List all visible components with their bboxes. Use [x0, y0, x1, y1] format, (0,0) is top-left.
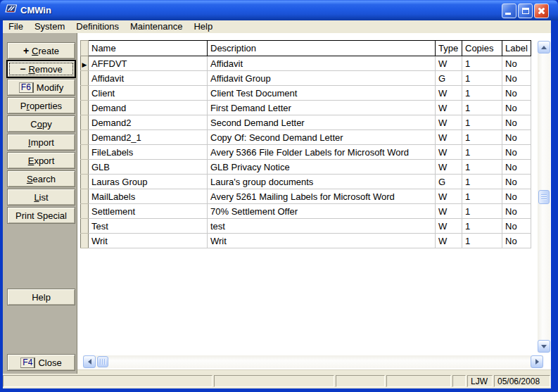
status-date: 05/06/2008 — [494, 375, 550, 387]
button-label: Remove — [28, 64, 62, 75]
current-row-indicator: ▶ — [81, 56, 89, 71]
cell-label: No — [502, 219, 531, 234]
cell-description: Affidavit — [208, 56, 436, 71]
cell-name: Writ — [89, 234, 208, 248]
status-cell-5 — [452, 375, 466, 387]
table-row[interactable]: Demand2Second Demand LetterW1No — [81, 115, 531, 130]
column-header-description[interactable]: Description — [208, 41, 436, 56]
cell-copies: 1 — [462, 189, 502, 204]
import-button[interactable]: Import — [7, 134, 75, 151]
create-button[interactable]: +Create — [7, 42, 75, 59]
cell-description: Client Test Document — [208, 86, 436, 101]
menu-item-maintenance[interactable]: Maintenance — [125, 20, 188, 33]
cell-label: No — [502, 160, 531, 175]
scroll-up-button[interactable] — [538, 41, 550, 53]
window-title: CMWin — [20, 5, 51, 15]
row-indicator — [81, 204, 89, 219]
cell-copies: 1 — [462, 175, 502, 189]
menu-item-file[interactable]: File — [3, 20, 29, 33]
titlebar[interactable]: CMWin — [0, 0, 558, 20]
button-label: Copy — [30, 119, 51, 129]
modify-button[interactable]: F6Modify — [7, 79, 75, 96]
print-special-button[interactable]: Print Special — [7, 207, 75, 224]
cell-name: Settlement — [89, 204, 208, 219]
vertical-scroll-thumb[interactable] — [538, 190, 550, 204]
close-icon — [535, 4, 548, 18]
close-window-button[interactable] — [534, 4, 549, 18]
cell-copies: 1 — [462, 86, 502, 101]
list-button[interactable]: List — [7, 189, 75, 206]
minus-icon: − — [20, 64, 25, 74]
scroll-right-button[interactable] — [531, 355, 543, 368]
cell-label: No — [502, 115, 531, 130]
table-row[interactable]: ClientClient Test DocumentW1No — [81, 86, 531, 101]
close-button[interactable]: F4 Close — [7, 354, 75, 371]
maximize-icon — [522, 8, 529, 14]
cell-type: W — [436, 189, 462, 204]
window-controls — [502, 4, 549, 18]
table-body: ▶AFFDVTAffidavitW1NoAffidavitAffidavit G… — [81, 56, 531, 248]
cell-description: Avery 5261 Mailing Labels for Microsoft … — [208, 189, 436, 204]
column-header-type[interactable]: Type — [436, 41, 462, 56]
row-indicator — [81, 115, 89, 130]
remove-button[interactable]: −Remove — [7, 61, 75, 77]
horizontal-scrollbar[interactable] — [83, 355, 543, 368]
table-row[interactable]: GLBGLB Privacy NoticeW1No — [81, 160, 531, 175]
table-row[interactable]: DemandFirst Demand LetterW1No — [81, 101, 531, 115]
column-header-label[interactable]: Label — [502, 41, 531, 56]
table-row[interactable]: FileLabelsAvery 5366 File Folder Labels … — [81, 145, 531, 160]
menu-item-definitions[interactable]: Definitions — [70, 20, 125, 33]
cell-type: G — [436, 175, 462, 189]
horizontal-scroll-thumb[interactable] — [97, 356, 108, 367]
chevron-down-icon — [541, 345, 547, 348]
table-region: NameDescriptionTypeCopiesLabel ▶AFFDVTAf… — [77, 33, 551, 374]
vertical-scrollbar[interactable] — [538, 41, 550, 353]
table-row[interactable]: Lauras GroupLaura's group documentsG1No — [81, 175, 531, 189]
cell-name: MailLabels — [89, 189, 208, 204]
maximize-button[interactable] — [518, 4, 533, 18]
cell-name: Affidavit — [89, 71, 208, 86]
cell-type: W — [436, 160, 462, 175]
scroll-down-button[interactable] — [538, 340, 550, 353]
cell-name: Lauras Group — [89, 175, 208, 189]
properties-button[interactable]: Properties — [7, 97, 75, 114]
cell-name: AFFDVT — [89, 56, 208, 71]
menu-item-help[interactable]: Help — [188, 20, 218, 33]
table-row[interactable]: Demand2_1Copy Of: Second Demand LetterW1… — [81, 130, 531, 145]
column-header-name[interactable]: Name — [89, 41, 208, 56]
keycap-f6: F6 — [19, 82, 34, 93]
table-row[interactable]: TesttestW1No — [81, 219, 531, 234]
search-button[interactable]: Search — [7, 170, 75, 187]
indicator-column-header — [81, 41, 89, 56]
scroll-left-button[interactable] — [83, 355, 96, 368]
cell-description: Affidavit Group — [208, 71, 436, 86]
table-row[interactable]: MailLabelsAvery 5261 Mailing Labels for … — [81, 189, 531, 204]
export-button[interactable]: Export — [7, 152, 75, 169]
cell-type: W — [436, 234, 462, 248]
button-label: Search — [27, 174, 56, 184]
help-button[interactable]: Help — [7, 289, 75, 305]
cell-label: No — [502, 71, 531, 86]
app-window: CMWin FileSystemDefinitionsMaintenanceHe… — [0, 0, 558, 392]
button-label: Export — [28, 156, 55, 166]
table-row[interactable]: AffidavitAffidavit GroupG1No — [81, 71, 531, 86]
cell-label: No — [502, 204, 531, 219]
minimize-button[interactable] — [502, 4, 516, 18]
copy-button[interactable]: Copy — [7, 115, 75, 132]
cell-name: FileLabels — [89, 145, 208, 160]
cell-type: W — [436, 101, 462, 115]
cell-description: GLB Privacy Notice — [208, 160, 436, 175]
cell-description: First Demand Letter — [208, 101, 436, 115]
button-label: Close — [38, 358, 61, 368]
menubar: FileSystemDefinitionsMaintenanceHelp — [3, 20, 551, 33]
menu-item-system[interactable]: System — [29, 20, 70, 33]
column-header-copies[interactable]: Copies — [462, 41, 502, 56]
button-label: Modify — [37, 82, 63, 93]
table-row[interactable]: ▶AFFDVTAffidavitW1No — [81, 56, 531, 71]
cell-name: Client — [89, 86, 208, 101]
table-row[interactable]: Settlement70% Settlement OfferW1No — [81, 204, 531, 219]
cell-name: Demand — [89, 101, 208, 115]
status-cell-2 — [214, 375, 334, 387]
table-row[interactable]: WritWritW1No — [81, 234, 531, 248]
thumb-grip-icon — [100, 359, 106, 365]
